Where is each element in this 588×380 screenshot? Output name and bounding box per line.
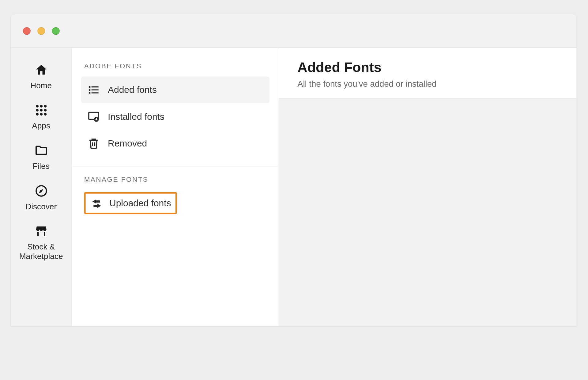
nav-item-discover[interactable]: Discover [25, 184, 57, 211]
sidebar-item-added-fonts[interactable]: Added fonts [81, 77, 270, 103]
nav-label: Files [33, 161, 50, 171]
sidebar-item-installed-fonts[interactable]: Installed fonts [81, 103, 270, 130]
trash-icon [87, 137, 100, 150]
section-header-manage-fonts: MANAGE FONTS [81, 176, 270, 190]
titlebar [11, 14, 576, 48]
svg-rect-13 [92, 86, 99, 88]
primary-sidebar: Home Apps File [11, 48, 72, 326]
folder-icon [34, 144, 48, 158]
sidebar-item-label: Installed fonts [108, 111, 164, 122]
svg-rect-12 [89, 86, 90, 88]
svg-rect-15 [92, 89, 99, 91]
sidebar-item-uploaded-fonts[interactable]: Uploaded fonts [84, 192, 177, 214]
transfer-arrows-icon [90, 198, 103, 208]
nav-item-stock[interactable]: Stock & Marketplace [11, 224, 71, 261]
sidebar-item-label: Added fonts [108, 85, 157, 95]
svg-rect-14 [89, 89, 90, 91]
svg-point-8 [44, 113, 47, 116]
svg-point-6 [36, 113, 39, 116]
nav-item-home[interactable]: Home [30, 63, 52, 90]
svg-rect-10 [37, 232, 39, 236]
nav-label: Apps [32, 121, 50, 131]
traffic-lights [23, 27, 60, 35]
storefront-icon [34, 224, 48, 238]
svg-point-0 [36, 105, 39, 108]
nav-item-files[interactable]: Files [33, 144, 50, 171]
list-icon [87, 83, 100, 96]
home-icon [34, 63, 48, 77]
sidebar-item-label: Uploaded fonts [109, 198, 171, 208]
content-area: Added Fonts All the fonts you've added o… [279, 48, 576, 326]
svg-rect-11 [44, 232, 45, 236]
apps-icon [34, 103, 48, 117]
svg-point-2 [44, 105, 47, 108]
minimize-icon[interactable] [37, 27, 45, 35]
svg-rect-16 [89, 92, 90, 93]
sidebar-item-label: Removed [108, 138, 147, 149]
svg-point-1 [40, 105, 43, 108]
page-title: Added Fonts [297, 59, 558, 75]
divider [72, 166, 279, 166]
nav-label: Discover [25, 201, 57, 211]
svg-point-4 [40, 109, 43, 112]
section-header-adobe-fonts: ADOBE FONTS [81, 62, 270, 76]
app-body: Home Apps File [11, 48, 576, 326]
secondary-sidebar: ADOBE FONTS Added fonts [72, 48, 279, 326]
app-window: Home Apps File [11, 14, 576, 326]
monitor-download-icon [87, 110, 100, 123]
nav-item-apps[interactable]: Apps [32, 103, 50, 131]
sidebar-item-removed[interactable]: Removed [81, 130, 270, 157]
content-header: Added Fonts All the fonts you've added o… [279, 48, 576, 99]
svg-point-3 [36, 109, 39, 112]
nav-label: Home [30, 81, 52, 90]
compass-icon [34, 184, 48, 198]
close-icon[interactable] [23, 27, 31, 35]
svg-point-5 [44, 109, 47, 112]
page-subtitle: All the fonts you've added or installed [297, 79, 558, 89]
nav-label: Stock & Marketplace [11, 242, 71, 261]
svg-point-7 [40, 113, 43, 116]
maximize-icon[interactable] [52, 27, 60, 35]
svg-rect-17 [92, 92, 99, 93]
